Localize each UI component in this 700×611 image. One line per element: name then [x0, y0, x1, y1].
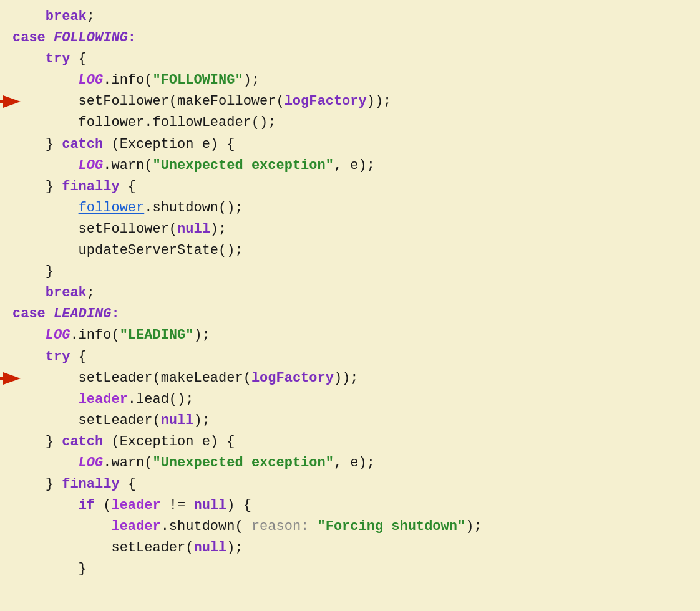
line-follower-shutdown: follower.shutdown();: [12, 198, 688, 219]
line-case-following: case FOLLOWING:: [12, 27, 688, 49]
line-catch-2: } catch (Exception e) {: [12, 431, 688, 453]
line-set-follower: setFollower(makeFollower(logFactory));: [12, 91, 688, 112]
line-set-leader: setLeader(makeLeader(logFactory));: [12, 368, 688, 389]
line-log-warn-1: LOG.warn("Unexpected exception", e);: [12, 155, 688, 176]
arrow-2: [0, 368, 22, 389]
line-case-leading: case LEADING:: [12, 304, 688, 325]
arrow-1: [0, 91, 22, 112]
arrow-2-svg: [0, 368, 22, 389]
line-update-server-state: updateServerState();: [12, 240, 688, 261]
line-break-1: break;: [12, 282, 688, 304]
line-set-leader-null-2: setLeader(null);: [12, 537, 688, 559]
line-finally-2: } finally {: [12, 474, 688, 495]
line-leader-shutdown: leader.shutdown( reason: "Forcing shutdo…: [12, 516, 688, 537]
arrow-1-svg: [0, 91, 22, 112]
line-leader-lead: leader.lead();: [12, 389, 688, 410]
line-log-info-following: LOG.info("FOLLOWING");: [12, 70, 688, 91]
line-try-2: try {: [12, 347, 688, 368]
line-close-finally-1: }: [12, 261, 688, 282]
line-finally-1: } finally {: [12, 176, 688, 198]
line-close-if: }: [12, 559, 688, 580]
line-try-1: try {: [12, 49, 688, 70]
svg-marker-1: [3, 95, 21, 108]
line-set-follower-null: setFollower(null);: [12, 219, 688, 240]
line-set-leader-null-1: setLeader(null);: [12, 410, 688, 431]
line-follower-follow-leader: follower.followLeader();: [12, 112, 688, 133]
line-if-leader-null: if (leader != null) {: [12, 495, 688, 516]
line-break-top: break;: [12, 6, 688, 27]
line-catch-1: } catch (Exception e) {: [12, 134, 688, 155]
code-editor: break; case FOLLOWING: try { LOG.info("F…: [0, 0, 700, 611]
line-log-warn-2: LOG.warn("Unexpected exception", e);: [12, 453, 688, 474]
line-log-info-leading: LOG.info("LEADING");: [12, 325, 688, 346]
svg-marker-3: [3, 372, 21, 385]
